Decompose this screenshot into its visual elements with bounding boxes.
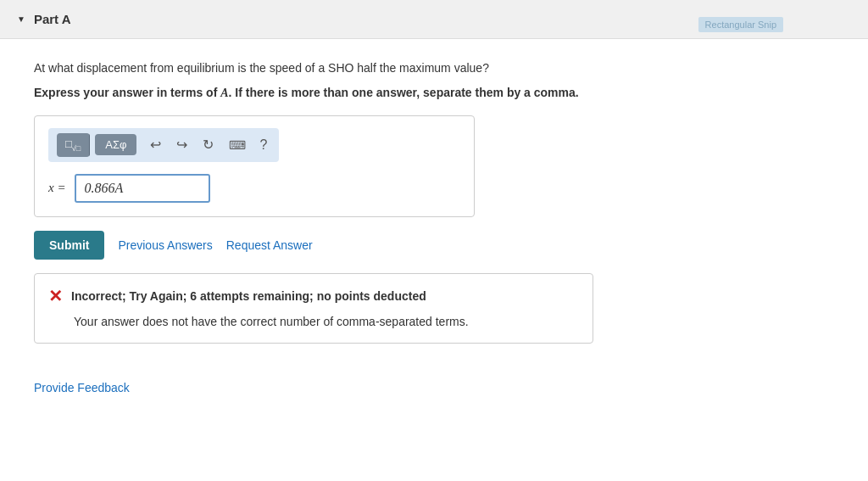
input-container: □√□ ΑΣφ ↩ ↪ ↻ ⌨ ? x =	[34, 115, 475, 217]
redo-btn[interactable]: ↪	[171, 133, 192, 156]
help-icon[interactable]: ?	[256, 134, 270, 156]
chevron-icon[interactable]: ▼	[17, 14, 25, 24]
answer-input[interactable]	[75, 174, 210, 203]
template-btn[interactable]: □√□	[57, 133, 90, 157]
answer-label: x =	[48, 181, 66, 195]
previous-answers-link[interactable]: Previous Answers	[118, 238, 212, 252]
actions-row: Submit Previous Answers Request Answer	[34, 231, 834, 260]
feedback-detail: Your answer does not have the correct nu…	[74, 313, 579, 331]
keyboard-icon[interactable]: ⌨	[224, 135, 251, 155]
feedback-header: ✕ Incorrect; Try Again; 6 attempts remai…	[48, 286, 579, 306]
instruction-suffix: . If there is more than one answer, sepa…	[229, 86, 579, 99]
question-text: At what displacement from equilibrium is…	[34, 59, 834, 77]
feedback-title: Incorrect; Try Again; 6 attempts remaini…	[71, 289, 426, 303]
instruction-prefix: Express your answer in terms of	[34, 86, 220, 99]
instruction-var: A	[220, 87, 228, 99]
refresh-btn[interactable]: ↻	[198, 133, 219, 156]
incorrect-icon: ✕	[48, 286, 63, 306]
template-btn-group: □√□	[57, 133, 90, 157]
greek-symbols-btn[interactable]: ΑΣφ	[95, 134, 136, 155]
instruction-text: Express your answer in terms of A. If th…	[34, 84, 834, 102]
template-icon: □√□	[65, 137, 81, 153]
undo-btn[interactable]: ↩	[145, 133, 166, 156]
feedback-box: ✕ Incorrect; Try Again; 6 attempts remai…	[34, 273, 593, 344]
rectangular-snip: Rectangular Snip	[698, 17, 783, 32]
main-content: At what displacement from equilibrium is…	[0, 39, 868, 361]
answer-row: x =	[48, 174, 460, 203]
provide-feedback-link[interactable]: Provide Feedback	[0, 381, 164, 394]
part-title: Part A	[34, 12, 71, 26]
request-answer-link[interactable]: Request Answer	[226, 238, 313, 252]
math-toolbar: □√□ ΑΣφ ↩ ↪ ↻ ⌨ ?	[48, 128, 279, 162]
submit-button[interactable]: Submit	[34, 231, 104, 260]
